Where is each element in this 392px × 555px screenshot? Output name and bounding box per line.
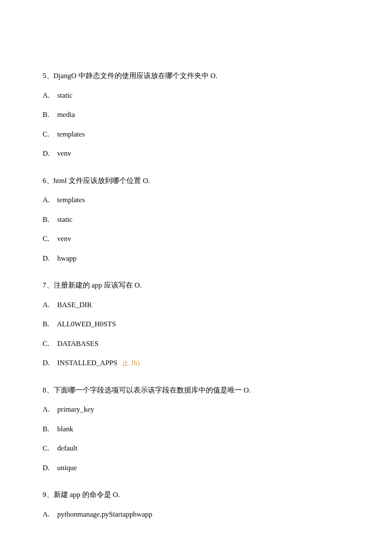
option-label: B. <box>43 109 55 120</box>
option-b: B. static <box>43 214 349 225</box>
question-text: 注册新建的 app 应该写在 O. <box>54 281 142 289</box>
option-text: static <box>57 215 72 224</box>
option-a: A. templates <box>43 195 349 206</box>
option-text: static <box>57 91 72 99</box>
option-b: B. blank <box>43 424 349 435</box>
option-text: blank <box>57 425 73 433</box>
option-text: DATABASES <box>57 340 98 348</box>
option-text: ALL0WED_H0STS <box>57 320 116 328</box>
option-a: A. pythonmanage.pyStartapphwapp <box>43 509 349 520</box>
option-text: templates <box>57 130 85 138</box>
question-number: 8 <box>43 386 46 394</box>
question-text: 新建 app 的命令是 O. <box>54 491 120 499</box>
option-label: A. <box>43 509 55 520</box>
question-stem: 8、下面哪一个字段选项可以表示该字段在数据库中的值是唯一 O. <box>43 385 349 396</box>
option-d: D. hwapp <box>43 253 349 264</box>
option-d: D. unique <box>43 462 349 474</box>
option-text: primary_key <box>57 405 94 413</box>
option-text: venv <box>57 149 71 157</box>
option-label: D. <box>43 253 55 264</box>
option-text: default <box>57 444 77 452</box>
option-label: C. <box>43 443 55 454</box>
option-b: B. ALL0WED_H0STS <box>43 319 349 330</box>
option-text: media <box>57 110 75 119</box>
option-text: templates <box>57 196 85 204</box>
question-number: 5 <box>43 72 46 80</box>
option-a: A. primary_key <box>43 404 349 415</box>
annotation-text: ⽌ Jh) <box>122 359 140 367</box>
question-7: 7、注册新建的 app 应该写在 O. A. BASE_DIR B. ALL0W… <box>43 280 349 369</box>
separator: 、 <box>46 491 54 499</box>
option-d: D. INSTALLED_APPS ⽌ Jh) <box>43 357 349 369</box>
separator: 、 <box>46 386 54 394</box>
option-c: C. templates <box>43 129 349 140</box>
option-c: C. venv <box>43 233 349 244</box>
question-9: 9、新建 app 的命令是 O. A. pythonmanage.pyStart… <box>43 489 349 520</box>
question-text: html 文件应该放到哪个位置 O. <box>54 177 150 185</box>
option-a: A. static <box>43 90 349 101</box>
option-text: unique <box>57 464 77 472</box>
option-c: C. DATABASES <box>43 338 349 349</box>
question-stem: 7、注册新建的 app 应该写在 O. <box>43 280 349 291</box>
option-label: D. <box>43 148 55 159</box>
question-6: 6、html 文件应该放到哪个位置 O. A. templates B. sta… <box>43 175 349 264</box>
option-label: B. <box>43 424 55 435</box>
option-label: C. <box>43 129 55 140</box>
option-label: D. <box>43 357 55 369</box>
question-number: 6 <box>43 177 46 185</box>
option-label: B. <box>43 214 55 225</box>
option-label: A. <box>43 404 55 415</box>
question-number: 7 <box>43 281 46 289</box>
question-text: 下面哪一个字段选项可以表示该字段在数据库中的值是唯一 O. <box>54 386 251 394</box>
question-text: DjangO 中静态文件的使用应该放在哪个文件夹中 O. <box>54 72 218 80</box>
option-text: pythonmanage.pyStartapphwapp <box>57 510 152 518</box>
option-d: D. venv <box>43 148 349 159</box>
separator: 、 <box>46 72 54 80</box>
option-label: A. <box>43 299 55 311</box>
option-label: C. <box>43 233 55 244</box>
option-label: B. <box>43 319 55 330</box>
option-text: INSTALLED_APPS <box>57 359 117 367</box>
option-text: hwapp <box>57 254 76 262</box>
option-label: C. <box>43 338 55 349</box>
question-5: 5、DjangO 中静态文件的使用应该放在哪个文件夹中 O. A. static… <box>43 70 349 159</box>
question-stem: 5、DjangO 中静态文件的使用应该放在哪个文件夹中 O. <box>43 70 349 81</box>
separator: 、 <box>46 281 54 289</box>
option-label: D. <box>43 462 55 474</box>
option-label: A. <box>43 195 55 206</box>
question-number: 9 <box>43 491 46 499</box>
option-c: C. default <box>43 443 349 454</box>
option-a: A. BASE_DIR <box>43 299 349 311</box>
separator: 、 <box>46 177 54 185</box>
question-stem: 9、新建 app 的命令是 O. <box>43 489 349 500</box>
option-b: B. media <box>43 109 349 120</box>
question-stem: 6、html 文件应该放到哪个位置 O. <box>43 175 349 186</box>
option-text: venv <box>57 235 71 243</box>
option-label: A. <box>43 90 55 101</box>
question-8: 8、下面哪一个字段选项可以表示该字段在数据库中的值是唯一 O. A. prima… <box>43 385 349 474</box>
option-text: BASE_DIR <box>57 301 92 309</box>
